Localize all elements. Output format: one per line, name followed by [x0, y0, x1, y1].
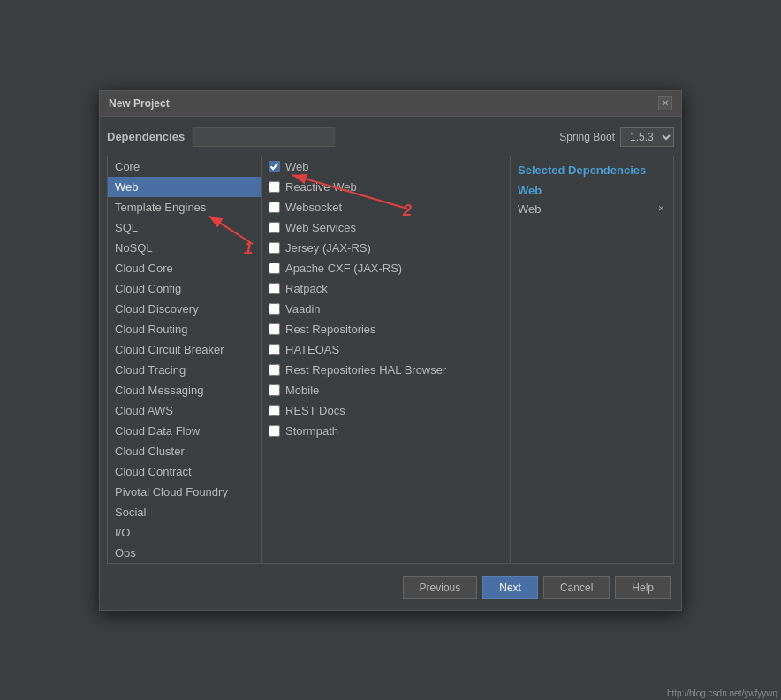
dep-checkbox-apache-cxf[interactable]	[269, 262, 280, 274]
dep-item-hateoas[interactable]: HATEOAS	[262, 339, 510, 360]
dep-item-apache-cxf[interactable]: Apache CXF (JAX-RS)	[262, 258, 510, 278]
sidebar-item-web[interactable]: Web	[108, 177, 261, 197]
dep-label-websocket: Websocket	[285, 201, 342, 214]
sidebar-item-cloud-aws[interactable]: Cloud AWS	[108, 400, 261, 421]
close-button[interactable]: ✕	[658, 96, 672, 110]
sidebar-item-cloud-messaging[interactable]: Cloud Messaging	[108, 380, 261, 400]
dep-label-apache-cxf: Apache CXF (JAX-RS)	[285, 262, 402, 275]
dep-checkbox-hateoas[interactable]	[269, 344, 280, 355]
dep-label-jersey: Jersey (JAX-RS)	[285, 241, 371, 255]
dep-label-reactive-web: Reactive Web	[285, 180, 357, 194]
dep-label-mobile: Mobile	[285, 384, 319, 397]
dep-item-reactive-web[interactable]: Reactive Web	[262, 177, 510, 197]
dep-checkbox-stormpath[interactable]	[269, 425, 280, 437]
dep-label-rest-repositories: Rest Repositories	[285, 323, 376, 336]
main-area: CoreWebTemplate EnginesSQLNoSQLCloud Cor…	[107, 156, 674, 564]
dep-item-vaadin[interactable]: Vaadin	[262, 299, 510, 319]
dep-item-web-services[interactable]: Web Services	[262, 217, 510, 238]
dep-checkbox-ratpack[interactable]	[269, 283, 280, 294]
sidebar-item-cloud-tracing[interactable]: Cloud Tracing	[108, 360, 261, 380]
dialog-title: New Project	[109, 97, 170, 110]
sidebar-item-cloud-routing[interactable]: Cloud Routing	[108, 319, 261, 339]
dep-label-hateoas: HATEOAS	[285, 343, 339, 356]
sidebar-item-cloud-data-flow[interactable]: Cloud Data Flow	[108, 421, 261, 441]
sidebar-item-cloud-core[interactable]: Cloud Core	[108, 258, 261, 278]
dep-item-websocket[interactable]: Websocket	[262, 197, 510, 217]
selected-dep-item: Web×	[518, 201, 666, 217]
dep-item-web[interactable]: Web	[262, 156, 510, 177]
sidebar-item-io[interactable]: I/O	[108, 522, 261, 543]
dep-label-web-services: Web Services	[285, 221, 356, 234]
dependencies-label: Dependencies	[107, 130, 185, 143]
sidebar-item-cloud-config[interactable]: Cloud Config	[108, 278, 261, 299]
bottom-bar: Previous Next Cancel Help	[107, 569, 674, 603]
selected-dep-label: Web	[518, 202, 542, 216]
dep-checkbox-rest-docs[interactable]	[269, 405, 280, 416]
dep-label-vaadin: Vaadin	[285, 302, 321, 316]
help-button[interactable]: Help	[615, 576, 671, 599]
selected-dependencies-title: Selected Dependencies	[518, 164, 666, 177]
dep-checkbox-reactive-web[interactable]	[269, 181, 280, 193]
dep-checkbox-rest-repositories-hal[interactable]	[269, 364, 280, 376]
left-panel: CoreWebTemplate EnginesSQLNoSQLCloud Cor…	[107, 156, 262, 564]
sidebar-item-pivotal-cloud-foundry[interactable]: Pivotal Cloud Foundry	[108, 482, 261, 502]
dep-label-rest-repositories-hal: Rest Repositories HAL Browser	[285, 363, 446, 377]
middle-panel: WebReactive WebWebsocketWeb ServicesJers…	[262, 156, 511, 564]
spring-boot-section: Spring Boot 1.5.3 1.5.2 2.0.0	[559, 127, 674, 147]
dep-checkbox-vaadin[interactable]	[269, 303, 280, 315]
selected-dep-group: Web	[518, 184, 666, 197]
sidebar-item-social[interactable]: Social	[108, 502, 261, 522]
cancel-button[interactable]: Cancel	[543, 576, 610, 599]
dep-checkbox-web[interactable]	[269, 161, 280, 172]
sidebar-item-sql[interactable]: SQL	[108, 217, 261, 238]
dialog-content: Dependencies Spring Boot 1.5.3 1.5.2 2.0…	[100, 117, 681, 610]
new-project-dialog: New Project ✕ Dependencies Spring Boot 1…	[99, 90, 682, 611]
dep-checkbox-rest-repositories[interactable]	[269, 323, 280, 335]
sidebar-item-cloud-cluster[interactable]: Cloud Cluster	[108, 441, 261, 461]
dep-item-rest-repositories-hal[interactable]: Rest Repositories HAL Browser	[262, 360, 510, 380]
dep-label-web: Web	[285, 160, 309, 173]
dep-label-stormpath: Stormpath	[285, 424, 338, 438]
spring-boot-label: Spring Boot	[559, 131, 615, 143]
search-input[interactable]	[193, 127, 335, 147]
sidebar-item-nosql[interactable]: NoSQL	[108, 238, 261, 258]
dep-item-jersey[interactable]: Jersey (JAX-RS)	[262, 238, 510, 258]
dep-checkbox-jersey[interactable]	[269, 242, 280, 254]
dep-checkbox-websocket[interactable]	[269, 202, 280, 213]
dep-label-rest-docs: REST Docs	[285, 404, 345, 417]
selected-deps-list: Web×	[518, 201, 666, 217]
watermark: http://blog.csdn.net/ywfyywq	[667, 689, 777, 698]
dep-item-stormpath[interactable]: Stormpath	[262, 421, 510, 441]
sidebar-item-core[interactable]: Core	[108, 156, 261, 177]
dep-label-ratpack: Ratpack	[285, 282, 328, 295]
dep-item-ratpack[interactable]: Ratpack	[262, 278, 510, 299]
dep-checkbox-web-services[interactable]	[269, 222, 280, 233]
top-bar: Dependencies Spring Boot 1.5.3 1.5.2 2.0…	[107, 124, 674, 150]
sidebar-item-cloud-discovery[interactable]: Cloud Discovery	[108, 299, 261, 319]
right-panel: Selected Dependencies Web Web×	[511, 156, 674, 564]
dep-checkbox-mobile[interactable]	[269, 384, 280, 396]
sidebar-item-cloud-circuit-breaker[interactable]: Cloud Circuit Breaker	[108, 339, 261, 360]
dep-item-mobile[interactable]: Mobile	[262, 380, 510, 400]
dep-item-rest-docs[interactable]: REST Docs	[262, 400, 510, 421]
spring-boot-version-select[interactable]: 1.5.3 1.5.2 2.0.0	[620, 127, 674, 147]
sidebar-item-cloud-contract[interactable]: Cloud Contract	[108, 461, 261, 482]
previous-button[interactable]: Previous	[403, 576, 478, 599]
selected-dep-remove-button[interactable]: ×	[656, 202, 666, 215]
dep-item-rest-repositories[interactable]: Rest Repositories	[262, 319, 510, 339]
sidebar-item-template-engines[interactable]: Template Engines	[108, 197, 261, 217]
title-bar: New Project ✕	[100, 91, 681, 117]
next-button[interactable]: Next	[482, 576, 538, 599]
sidebar-item-ops[interactable]: Ops	[108, 543, 261, 563]
